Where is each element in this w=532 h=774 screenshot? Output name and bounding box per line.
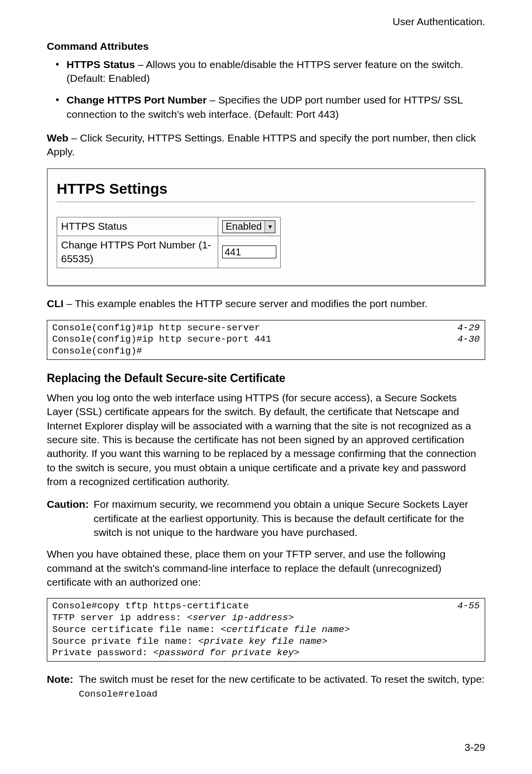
list-item: HTTPS Status – Allows you to enable/disa… — [66, 58, 485, 86]
cli-prompt: Source private file name: — [52, 636, 198, 647]
field-cell: Enabled ▼ — [218, 217, 281, 236]
https-settings-panel: HTTPS Settings HTTPS Status Enabled ▼ Ch… — [47, 168, 485, 286]
cert-paragraph-1: When you log onto the web interface usin… — [47, 391, 485, 489]
table-row: HTTPS Status Enabled ▼ — [57, 217, 281, 236]
select-value: Enabled — [223, 220, 265, 233]
cli-prompt: TFTP server ip address: — [52, 612, 187, 623]
cli-cmd: Console(config)# — [52, 346, 142, 357]
chevron-down-icon: ▼ — [265, 221, 275, 233]
web-paragraph: Web – Click Security, HTTPS Settings. En… — [47, 131, 485, 159]
cli-placeholder: <server ip-address> — [187, 612, 294, 623]
cli-cmd: Console(config)#ip http secure-server — [52, 322, 260, 334]
field-label: HTTPS Status — [57, 217, 218, 236]
cli-text: This example enables the HTTP secure ser… — [75, 298, 428, 309]
command-attributes-heading: Command Attributes — [47, 39, 485, 53]
page-header-right: User Authentication. — [47, 15, 485, 29]
cli-example-2: Console#copy tftp https-certificate4-55T… — [47, 598, 485, 662]
page-number: 3-29 — [465, 740, 485, 754]
panel-divider — [57, 202, 475, 202]
field-label: Change HTTPS Port Number (1-65535) — [57, 236, 218, 268]
cli-placeholder: <private key file name> — [198, 636, 327, 647]
caution-block: Caution: For maximum security, we recomm… — [47, 497, 485, 539]
note-text: The switch must be reset for the new cer… — [79, 672, 485, 701]
cli-ref: 4-29 — [457, 322, 480, 334]
https-status-select[interactable]: Enabled ▼ — [222, 220, 275, 233]
cli-placeholder: <certificate file name> — [221, 624, 350, 635]
settings-table: HTTPS Status Enabled ▼ Change HTTPS Port… — [57, 217, 281, 268]
web-sep: – — [68, 132, 80, 143]
cert-paragraph-2: When you have obtained these, place them… — [47, 547, 485, 589]
note-label: Note: — [47, 672, 79, 701]
cli-prompt: Private password: — [52, 647, 153, 658]
field-cell: 441 — [218, 236, 281, 268]
panel-title: HTTPS Settings — [57, 179, 475, 199]
cli-ref: 4-55 — [457, 600, 480, 612]
bullet-sep: – — [207, 94, 218, 106]
table-row: Change HTTPS Port Number (1-65535) 441 — [57, 236, 281, 268]
cli-sep: – — [64, 298, 75, 309]
note-code: Console#reload — [79, 689, 158, 700]
cli-ref: 4-30 — [457, 334, 480, 346]
replacing-cert-heading: Replacing the Default Secure-site Certif… — [47, 371, 485, 386]
cli-cmd: Console(config)#ip http secure-port 441 — [52, 334, 271, 346]
caution-text: For maximum security, we recommend you o… — [94, 497, 485, 539]
cli-placeholder: <password for private key> — [153, 647, 299, 658]
cli-cmd: Console#copy tftp https-certificate — [52, 600, 249, 612]
bullet-term: Change HTTPS Port Number — [66, 94, 207, 106]
list-item: Change HTTPS Port Number – Specifies the… — [66, 93, 485, 121]
cli-label: CLI — [47, 298, 64, 309]
note-block: Note: The switch must be reset for the n… — [47, 672, 485, 701]
https-port-input[interactable]: 441 — [222, 246, 276, 258]
bullet-term: HTTPS Status — [66, 59, 135, 70]
web-label: Web — [47, 132, 68, 143]
cli-prompt: Source certificate file name: — [52, 624, 221, 635]
cli-paragraph: CLI – This example enables the HTTP secu… — [47, 297, 485, 311]
command-attributes-list: HTTPS Status – Allows you to enable/disa… — [47, 58, 485, 121]
caution-label: Caution: — [47, 497, 94, 539]
bullet-sep: – — [135, 59, 146, 70]
note-text-a: The switch must be reset for the new cer… — [79, 673, 485, 685]
cli-example-1: Console(config)#ip http secure-server4-2… — [47, 320, 485, 360]
web-text: Click Security, HTTPS Settings. Enable H… — [47, 132, 476, 157]
